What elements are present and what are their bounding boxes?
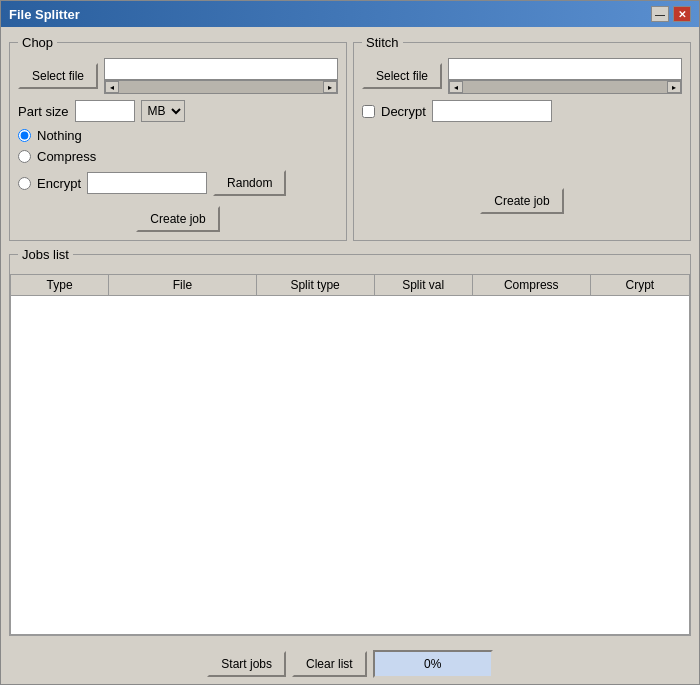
chop-file-input-wrapper: ◂ ▸ bbox=[104, 58, 338, 94]
stitch-file-input-wrapper: ◂ ▸ bbox=[448, 58, 682, 94]
col-split-val: Split val bbox=[375, 275, 473, 295]
jobs-list-legend: Jobs list bbox=[18, 247, 73, 262]
stitch-legend: Stitch bbox=[362, 35, 403, 50]
radio-group: Nothing Compress Encrypt Random bbox=[18, 128, 338, 196]
radio-compress-row: Compress bbox=[18, 149, 338, 164]
radio-encrypt[interactable] bbox=[18, 177, 31, 190]
radio-encrypt-label: Encrypt bbox=[37, 176, 81, 191]
clear-list-button[interactable]: Clear list bbox=[292, 651, 367, 677]
col-type: Type bbox=[11, 275, 109, 295]
stitch-scroll-right[interactable]: ▸ bbox=[667, 81, 681, 93]
chop-file-row: Select file ◂ ▸ bbox=[18, 58, 338, 94]
chop-scroll-right[interactable]: ▸ bbox=[323, 81, 337, 93]
radio-nothing-row: Nothing bbox=[18, 128, 338, 143]
col-compress: Compress bbox=[473, 275, 591, 295]
progress-label: 0% bbox=[424, 657, 441, 671]
stitch-create-job-row: Create job bbox=[362, 188, 682, 214]
decrypt-label: Decrypt bbox=[381, 104, 426, 119]
radio-nothing[interactable] bbox=[18, 129, 31, 142]
stitch-scrollbar[interactable]: ◂ ▸ bbox=[448, 80, 682, 94]
col-file: File bbox=[109, 275, 256, 295]
stitch-scroll-thumb[interactable] bbox=[463, 81, 667, 93]
chop-panel: Chop Select file ◂ ▸ bbox=[9, 35, 347, 241]
minimize-button[interactable]: — bbox=[651, 6, 669, 22]
chop-create-job-row: Create job bbox=[18, 206, 338, 232]
chop-inner: Select file ◂ ▸ Part size bbox=[18, 58, 338, 232]
encrypt-input[interactable] bbox=[87, 172, 207, 194]
chop-scrollbar[interactable]: ◂ ▸ bbox=[104, 80, 338, 94]
jobs-table-header: Type File Split type Split val Compress … bbox=[10, 274, 690, 296]
panels-row: Chop Select file ◂ ▸ bbox=[9, 35, 691, 241]
jobs-table-body bbox=[10, 296, 690, 635]
col-split-type: Split type bbox=[257, 275, 375, 295]
bottom-row: Start jobs Clear list 0% bbox=[1, 644, 699, 684]
jobs-table-wrapper: Type File Split type Split val Compress … bbox=[10, 274, 690, 635]
main-window: File Splitter — ✕ Chop Select file bbox=[0, 0, 700, 685]
start-jobs-button[interactable]: Start jobs bbox=[207, 651, 286, 677]
random-button[interactable]: Random bbox=[213, 170, 286, 196]
window-title: File Splitter bbox=[9, 7, 80, 22]
decrypt-row: Decrypt bbox=[362, 100, 682, 122]
chop-scroll-left[interactable]: ◂ bbox=[105, 81, 119, 93]
chop-scroll-thumb[interactable] bbox=[119, 81, 323, 93]
jobs-list-panel: Jobs list Type File Split type Split val… bbox=[9, 247, 691, 636]
stitch-select-file-button[interactable]: Select file bbox=[362, 63, 442, 89]
stitch-scroll-left[interactable]: ◂ bbox=[449, 81, 463, 93]
stitch-create-job-button[interactable]: Create job bbox=[480, 188, 563, 214]
close-button[interactable]: ✕ bbox=[673, 6, 691, 22]
unit-select[interactable]: MB KB GB bbox=[141, 100, 185, 122]
stitch-inner: Select file ◂ ▸ Decry bbox=[362, 58, 682, 214]
chop-create-job-button[interactable]: Create job bbox=[136, 206, 219, 232]
stitch-panel: Stitch Select file ◂ ▸ bbox=[353, 35, 691, 241]
radio-compress-label: Compress bbox=[37, 149, 96, 164]
decrypt-checkbox[interactable] bbox=[362, 105, 375, 118]
title-bar-controls: — ✕ bbox=[651, 6, 691, 22]
radio-compress[interactable] bbox=[18, 150, 31, 163]
title-bar: File Splitter — ✕ bbox=[1, 1, 699, 27]
part-size-label: Part size bbox=[18, 104, 69, 119]
radio-encrypt-row: Encrypt Random bbox=[18, 170, 338, 196]
stitch-file-row: Select file ◂ ▸ bbox=[362, 58, 682, 94]
main-content: Chop Select file ◂ ▸ bbox=[1, 27, 699, 644]
radio-nothing-label: Nothing bbox=[37, 128, 82, 143]
part-size-row: Part size MB KB GB bbox=[18, 100, 338, 122]
stitch-file-text-input[interactable] bbox=[448, 58, 682, 80]
part-size-input[interactable] bbox=[75, 100, 135, 122]
chop-file-text-input[interactable] bbox=[104, 58, 338, 80]
chop-select-file-button[interactable]: Select file bbox=[18, 63, 98, 89]
col-crypt: Crypt bbox=[591, 275, 689, 295]
chop-legend: Chop bbox=[18, 35, 57, 50]
decrypt-input[interactable] bbox=[432, 100, 552, 122]
progress-bar: 0% bbox=[373, 650, 493, 678]
